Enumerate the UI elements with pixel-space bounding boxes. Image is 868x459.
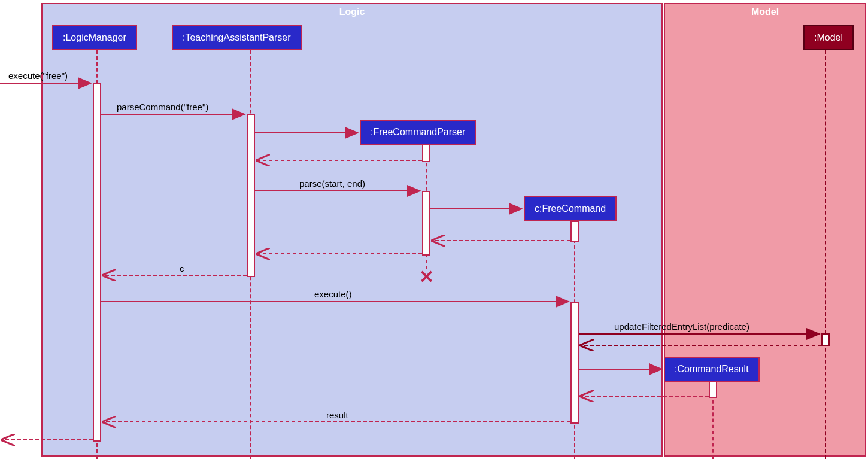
activation-logic-manager	[93, 83, 101, 442]
activation-ta-parser	[247, 114, 255, 277]
participant-model: :Model	[803, 25, 854, 50]
package-logic-title: Logic	[339, 7, 365, 17]
participant-cmd-result: :CommandResult	[664, 357, 760, 382]
participant-free-cmd: c:FreeCommand	[524, 196, 617, 221]
activation-free-cmd-parser-1	[422, 144, 430, 162]
activation-free-cmd-parser-2	[422, 191, 430, 256]
participant-logic-manager: :LogicManager	[52, 25, 137, 50]
package-logic: Logic	[41, 3, 663, 457]
sequence-diagram: Logic Model :LogicManager :TeachingAssis…	[0, 0, 868, 459]
participant-ta-parser: :TeachingAssistantParser	[172, 25, 302, 50]
msg-parse-command: parseCommand("free")	[117, 102, 208, 112]
msg-execute: execute()	[314, 289, 352, 299]
msg-execute-free: execute("free")	[8, 71, 68, 81]
destroy-icon: ✕	[419, 266, 434, 287]
msg-result: result	[326, 410, 348, 420]
msg-update-filtered: updateFilteredEntryList(predicate)	[614, 321, 749, 332]
activation-free-cmd-2	[570, 302, 579, 424]
lifeline-model	[825, 50, 826, 459]
msg-parse-start-end: parse(start, end)	[299, 178, 365, 189]
msg-c: c	[180, 263, 184, 273]
participant-free-cmd-parser: :FreeCommandParser	[360, 120, 476, 145]
activation-model	[821, 333, 830, 346]
package-model: Model	[664, 3, 866, 457]
package-model-title: Model	[751, 7, 779, 17]
activation-cmd-result	[709, 381, 717, 398]
activation-free-cmd-1	[570, 221, 579, 242]
